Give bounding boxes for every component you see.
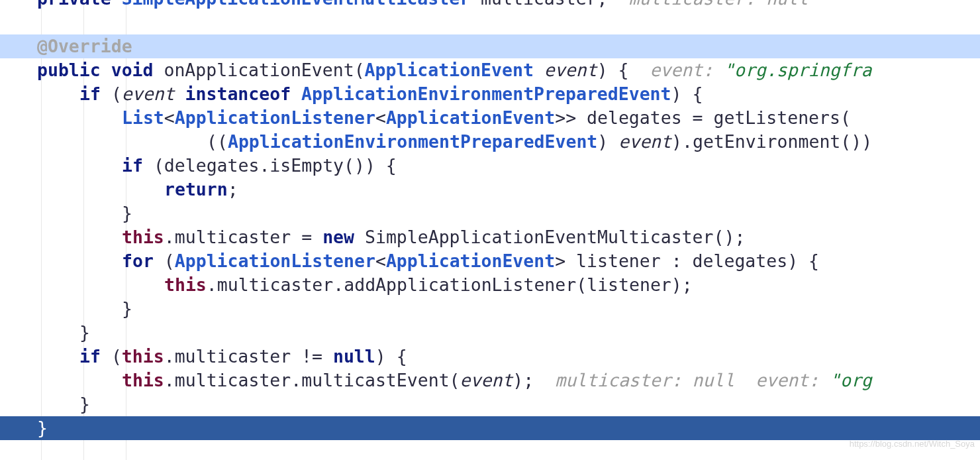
- token-param: event: [618, 131, 671, 152]
- token-type: ApplicationListener: [175, 251, 375, 271]
- token-id: <: [375, 107, 386, 128]
- token-type: ApplicationListener: [175, 107, 375, 128]
- code-line[interactable]: if (this.multicaster != null) {: [0, 345, 980, 369]
- code-line[interactable]: for (ApplicationListener<ApplicationEven…: [0, 249, 980, 273]
- code-line[interactable]: private SimpleApplicationEventMulticaste…: [0, 0, 980, 11]
- code-line[interactable]: }: [0, 201, 980, 225]
- watermark-text: https://blog.csdn.net/Witch_Soya: [850, 432, 975, 456]
- token-this: this: [122, 227, 164, 247]
- code-line[interactable]: this.multicaster.addApplicationListener(…: [0, 273, 980, 297]
- token-kw: if: [79, 346, 101, 367]
- code-line[interactable]: }: [0, 297, 980, 321]
- token-kw: public void: [37, 60, 164, 80]
- token-id: .multicaster !=: [164, 346, 333, 367]
- token-id: SimpleApplicationEventMulticaster();: [354, 227, 745, 247]
- code-text: public void onApplicationEvent(Applicati…: [37, 58, 871, 82]
- code-line[interactable]: }: [0, 321, 980, 345]
- token-id: ).getEnvironment()): [671, 131, 872, 152]
- token-param: event: [460, 370, 513, 390]
- token-str: "org: [830, 370, 872, 390]
- token-id: <: [164, 107, 175, 128]
- token-type: List: [122, 107, 164, 128]
- token-id: }: [122, 298, 132, 319]
- token-id: >> delegates = getListeners(: [555, 107, 851, 128]
- token-id: }: [79, 394, 90, 414]
- token-param: event: [544, 60, 597, 80]
- token-id: (: [101, 346, 122, 367]
- code-text: if (delegates.isEmpty()) {: [122, 154, 397, 178]
- code-text: @Override: [37, 34, 132, 58]
- token-id: ) {: [597, 60, 650, 80]
- code-line[interactable]: @Override: [0, 34, 980, 58]
- token-id: <: [375, 251, 386, 271]
- code-line[interactable]: }: [0, 416, 980, 440]
- code-line[interactable]: if (delegates.isEmpty()) {: [0, 154, 980, 178]
- token-id: ) {: [375, 346, 407, 367]
- token-id: [534, 60, 544, 80]
- token-kw: if: [122, 155, 143, 176]
- token-type: ApplicationEvent: [386, 251, 555, 271]
- code-text: ((ApplicationEnvironmentPreparedEvent) e…: [207, 130, 872, 154]
- token-kw: for: [122, 251, 154, 271]
- token-kw: return: [164, 179, 228, 200]
- code-text: }: [122, 201, 132, 225]
- token-this: this: [164, 274, 207, 295]
- token-id: [291, 84, 301, 104]
- token-type: SimpleApplicationEventMulticaster: [122, 0, 471, 9]
- token-id: ): [597, 131, 618, 152]
- token-id: .multicaster =: [164, 227, 322, 247]
- token-hint: event:: [650, 60, 724, 80]
- code-text: return;: [164, 178, 238, 201]
- token-id: ;: [228, 179, 238, 200]
- token-kw: private: [37, 0, 122, 9]
- code-text: this.multicaster = new SimpleApplication…: [122, 225, 745, 249]
- token-id: }: [37, 418, 48, 438]
- code-text: private SimpleApplicationEventMulticaste…: [37, 0, 808, 11]
- token-param: event: [122, 84, 175, 104]
- token-id: onApplicationEvent(: [164, 60, 364, 80]
- token-kw: instanceof: [185, 84, 291, 104]
- token-id: (: [154, 251, 175, 271]
- code-text: this.multicaster.addApplicationListener(…: [164, 273, 693, 297]
- code-line[interactable]: ((ApplicationEnvironmentPreparedEvent) e…: [0, 130, 980, 154]
- token-type: ApplicationEnvironmentPreparedEvent: [228, 131, 597, 152]
- code-text: if (event instanceof ApplicationEnvironm…: [79, 82, 703, 106]
- code-text: }: [79, 321, 90, 345]
- token-type: ApplicationEvent: [365, 60, 534, 80]
- code-text: if (this.multicaster != null) {: [79, 345, 407, 369]
- code-line[interactable]: this.multicaster.multicastEvent(event); …: [0, 369, 980, 392]
- token-punct: ;: [597, 0, 608, 9]
- token-id: .multicaster.multicastEvent(: [164, 370, 460, 390]
- code-text: for (ApplicationListener<ApplicationEven…: [122, 249, 819, 273]
- token-id: );: [513, 370, 555, 390]
- code-text: }: [79, 392, 90, 416]
- editor-viewport[interactable]: private SimpleApplicationEventMulticaste…: [0, 0, 980, 460]
- code-line[interactable]: public void onApplicationEvent(Applicati…: [0, 58, 980, 82]
- token-hint: multicaster: null event:: [555, 370, 830, 390]
- code-line[interactable]: }: [0, 392, 980, 416]
- code-text: List<ApplicationListener<ApplicationEven…: [122, 106, 851, 130]
- token-type: ApplicationEvent: [386, 107, 555, 128]
- code-text: }: [122, 297, 132, 321]
- token-id: (delegates.isEmpty()) {: [143, 155, 397, 176]
- token-id: [175, 84, 185, 104]
- token-id: ) {: [671, 84, 703, 104]
- token-hint: multicaster: null: [608, 0, 808, 9]
- token-this: this: [122, 370, 164, 390]
- token-kw: new: [322, 227, 354, 247]
- token-id: }: [79, 322, 90, 343]
- token-this: this: [122, 346, 164, 367]
- token-str: "org.springfra: [724, 60, 871, 80]
- code-text: }: [37, 416, 48, 440]
- code-line[interactable]: if (event instanceof ApplicationEnvironm…: [0, 82, 980, 106]
- token-kw: null: [333, 346, 375, 367]
- token-id: (: [101, 84, 122, 104]
- code-line[interactable]: return;: [0, 178, 980, 201]
- token-id: > listener : delegates) {: [555, 251, 819, 271]
- code-line[interactable]: this.multicaster = new SimpleApplication…: [0, 225, 980, 249]
- token-id: }: [122, 203, 132, 223]
- token-ann: @Override: [37, 36, 132, 56]
- code-line[interactable]: List<ApplicationListener<ApplicationEven…: [0, 106, 980, 130]
- code-text: this.multicaster.multicastEvent(event); …: [122, 369, 872, 392]
- token-id: multicaster: [470, 0, 597, 9]
